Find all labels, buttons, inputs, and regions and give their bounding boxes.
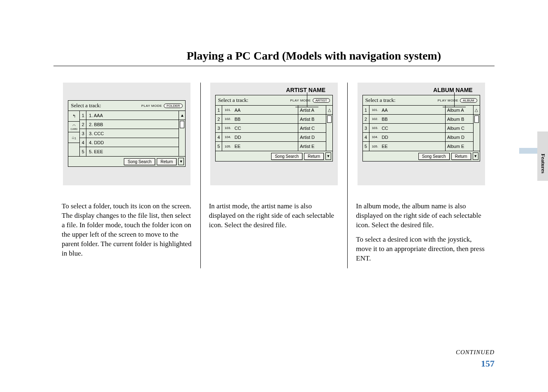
return-button[interactable]: Return [157, 158, 176, 165]
row-label: AA [235, 108, 241, 113]
row-idx: 2 [80, 120, 86, 129]
body-text-artist: In artist mode, the artist name is also … [209, 202, 339, 230]
row-label: DD [235, 135, 241, 140]
row-idx: 1 [80, 111, 86, 120]
section-tab-label: Features [540, 154, 546, 173]
scrollbar[interactable]: △ [326, 106, 332, 151]
row-idx: 1 [216, 106, 222, 114]
track-num: 102. [225, 117, 232, 121]
row-idx: 5 [363, 142, 369, 151]
album-name: Album B [445, 115, 473, 123]
row-label: CC [235, 126, 241, 131]
continued-label: CONTINUED [456, 349, 495, 356]
scroll-thumb[interactable] [474, 115, 479, 123]
mode-bubble-artist[interactable]: ARTIST [313, 98, 330, 103]
track-row[interactable]: 2102.BBArtist B [216, 115, 326, 124]
track-num: 103. [372, 126, 379, 130]
row-label: DD [382, 135, 388, 140]
track-row[interactable]: 55. EEE [80, 147, 179, 156]
scroll-thumb[interactable] [327, 115, 332, 123]
row-idx: 5 [216, 142, 222, 151]
column-folder: Select a track: PLAY MODE FOLDER ↰ ◠ CAR… [53, 83, 200, 268]
track-row[interactable]: 4104.DDAlbum D [363, 133, 473, 142]
scroll-down-icon[interactable]: ▼ [178, 158, 184, 165]
up-folder-icon[interactable]: ↰ [68, 111, 79, 122]
card-icon-label: CARD [70, 128, 77, 130]
track-row[interactable]: 3103.CCAlbum C [363, 124, 473, 133]
screen-header-title: Select a track: [218, 97, 248, 104]
paragraph: To select a desired icon with the joysti… [356, 235, 486, 263]
row-label: 1. AAA [86, 113, 179, 118]
play-mode-label: PLAY MODE [290, 99, 311, 102]
song-search-button[interactable]: Song Search [418, 153, 450, 160]
row-idx: 5 [80, 147, 86, 156]
screen-header-title: Select a track: [71, 102, 101, 109]
track-row[interactable]: 22. BBB [80, 120, 179, 129]
return-button[interactable]: Return [304, 153, 324, 160]
paragraph: To select a folder, touch its icon on th… [62, 202, 192, 258]
paragraph: In album mode, the album name is also di… [356, 202, 486, 230]
row-label: AA [382, 108, 388, 113]
row-idx: 4 [363, 133, 369, 141]
return-button[interactable]: Return [451, 153, 471, 160]
album-name: Album E [445, 142, 473, 151]
body-text-folder: To select a folder, touch its icon on th… [62, 202, 192, 258]
screen-folder: Select a track: PLAY MODE FOLDER ↰ ◠ CAR… [68, 100, 186, 167]
row-label: 3. CCC [86, 131, 179, 136]
track-row[interactable]: 33. CCC [80, 129, 179, 138]
scroll-down-icon[interactable]: ▼ [473, 152, 478, 160]
album-name-label: ALBUM NAME [362, 87, 480, 95]
scroll-thumb[interactable] [180, 121, 184, 128]
row-label: 4. DDD [86, 140, 179, 145]
scroll-up-icon[interactable]: ▲ [179, 111, 185, 120]
track-num: 101. [225, 108, 232, 112]
track-row[interactable]: 4104.DDArtist D [216, 133, 326, 142]
mode-bubble-folder[interactable]: FOLDER [164, 104, 183, 108]
row-idx: 3 [363, 124, 369, 132]
row-idx: 3 [80, 129, 86, 138]
track-num: 105. [372, 145, 379, 148]
row-label: BB [235, 117, 241, 122]
row-label: BB [382, 117, 388, 122]
row-label: CC [382, 126, 388, 131]
track-row[interactable]: 3103.CCArtist C [216, 124, 326, 133]
screen-artist: Select a track: PLAY MODE ARTIST 1101.AA… [215, 95, 333, 161]
row-idx: 4 [216, 133, 222, 141]
scroll-up-icon[interactable]: △ [474, 106, 480, 115]
track-row[interactable]: 5105.EEAlbum E [363, 142, 473, 151]
folder-icons-sidebar: ↰ ◠ CARD ⌂1 [68, 111, 80, 156]
page-number: 157 [456, 358, 495, 369]
song-search-button[interactable]: Song Search [271, 153, 302, 160]
track-num: 105. [225, 145, 232, 148]
card-icon[interactable]: ◠ CARD [68, 122, 79, 132]
track-row[interactable]: 11. AAA [80, 111, 179, 120]
row-label: 2. BBB [86, 122, 179, 127]
paragraph: In artist mode, the artist name is also … [209, 202, 339, 230]
track-num: 104. [372, 135, 379, 139]
column-artist: ARTIST NAME Select a track: PLAY MODE AR… [200, 83, 348, 268]
folder-icon[interactable]: ⌂1 [68, 132, 79, 143]
artist-name: Artist D [298, 133, 326, 141]
track-num: 101. [372, 108, 379, 112]
mode-bubble-album[interactable]: ALBUM [460, 98, 477, 103]
scrollbar[interactable]: ▲ [179, 111, 185, 156]
page-title: Playing a PC Card (Models with navigatio… [53, 0, 495, 66]
track-num: 102. [372, 117, 379, 121]
track-row[interactable]: 5105.EEArtist E [216, 142, 326, 151]
row-label: EE [235, 144, 241, 149]
scroll-up-icon[interactable]: △ [326, 106, 332, 115]
screen-album: Select a track: PLAY MODE ALBUM 1101.AAA… [362, 95, 480, 161]
row-idx: 2 [216, 115, 222, 123]
play-mode-label: PLAY MODE [438, 99, 458, 102]
track-row[interactable]: 44. DDD [80, 138, 179, 147]
scroll-down-icon[interactable]: ▼ [325, 152, 331, 160]
song-search-button[interactable]: Song Search [124, 158, 155, 165]
column-album: ALBUM NAME Select a track: PLAY MODE ALB… [347, 83, 495, 268]
row-label: 5. EEE [86, 149, 179, 154]
artist-name-label: ARTIST NAME [215, 87, 333, 95]
scrollbar[interactable]: △ [473, 106, 480, 151]
screen-box-album: ALBUM NAME Select a track: PLAY MODE ALB… [358, 83, 485, 185]
track-row[interactable]: 2102.BBAlbum B [363, 115, 473, 124]
screen-header-title: Select a track: [365, 97, 396, 104]
row-idx: 3 [216, 124, 222, 132]
